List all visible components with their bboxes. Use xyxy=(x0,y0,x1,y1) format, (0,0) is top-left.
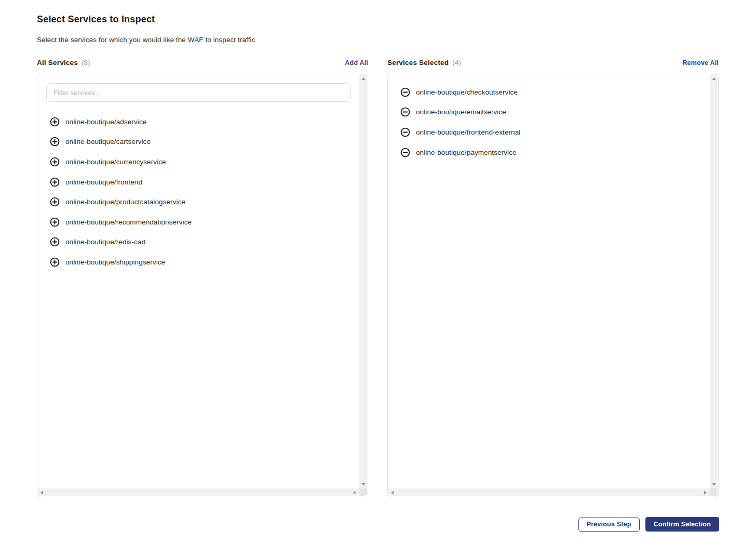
add-circle-icon[interactable] xyxy=(50,197,60,207)
add-circle-icon[interactable] xyxy=(50,137,60,147)
add-circle-icon[interactable] xyxy=(50,117,60,127)
wizard-footer: Previous Step Confirm Selection xyxy=(37,517,719,532)
page-subtitle: Select the services for which you would … xyxy=(37,36,719,44)
service-name: online-boutique/cartservice xyxy=(65,138,151,145)
scroll-down-arrow-icon[interactable] xyxy=(361,483,366,486)
service-name: online-boutique/checkoutservice xyxy=(416,88,518,96)
service-name: online-boutique/recommendationservice xyxy=(65,218,192,226)
selected-services-title: Services Selected xyxy=(387,59,449,67)
scroll-up-arrow-icon[interactable] xyxy=(361,77,366,80)
add-circle-icon[interactable] xyxy=(50,237,60,247)
list-item[interactable]: online-boutique/currencyservice xyxy=(37,152,368,172)
horizontal-scrollbar[interactable] xyxy=(38,488,359,496)
selected-services-column: Services Selected (4) Remove All xyxy=(387,59,719,497)
all-services-header: All Services (8) Add All xyxy=(37,59,368,67)
service-name: online-boutique/emailservice xyxy=(416,108,506,116)
scroll-down-arrow-icon[interactable] xyxy=(712,483,716,486)
add-circle-icon[interactable] xyxy=(50,257,60,267)
scroll-up-arrow-icon[interactable] xyxy=(712,77,716,80)
list-item[interactable]: online-boutique/emailservice xyxy=(388,102,718,123)
scroll-right-arrow-icon[interactable] xyxy=(354,490,356,495)
remove-circle-icon[interactable] xyxy=(400,87,410,97)
list-item[interactable]: online-boutique/shippingservice xyxy=(37,252,368,272)
vertical-scrollbar[interactable] xyxy=(710,74,718,488)
list-item[interactable]: online-boutique/frontend-external xyxy=(388,122,718,142)
scrollbar-corner xyxy=(710,488,718,496)
service-name: online-boutique/productcatalogservice xyxy=(65,198,185,206)
confirm-selection-button[interactable]: Confirm Selection xyxy=(645,517,719,532)
vertical-scrollbar[interactable] xyxy=(359,74,367,488)
scroll-left-arrow-icon[interactable] xyxy=(40,490,43,495)
filter-services-input[interactable] xyxy=(46,83,351,102)
all-services-count: (8) xyxy=(82,59,90,67)
selected-services-list: online-boutique/checkoutservice online-b… xyxy=(388,73,718,162)
add-circle-icon[interactable] xyxy=(50,157,60,167)
remove-all-button[interactable]: Remove All xyxy=(682,59,719,67)
list-item[interactable]: online-boutique/adservice xyxy=(37,112,368,132)
list-item[interactable]: online-boutique/redis-cart xyxy=(37,232,368,253)
list-item[interactable]: online-boutique/productcatalogservice xyxy=(37,192,368,212)
service-name: online-boutique/frontend-external xyxy=(416,128,520,136)
list-item[interactable]: online-boutique/checkoutservice xyxy=(388,82,718,102)
all-services-title: All Services xyxy=(37,59,78,67)
remove-circle-icon[interactable] xyxy=(400,148,410,157)
scroll-right-arrow-icon[interactable] xyxy=(704,490,707,495)
service-name: online-boutique/redis-cart xyxy=(65,238,146,246)
horizontal-scrollbar[interactable] xyxy=(388,488,710,496)
scrollbar-corner xyxy=(359,488,367,496)
list-item[interactable]: online-boutique/cartservice xyxy=(37,132,368,152)
service-name: online-boutique/currencyservice xyxy=(65,158,166,166)
scroll-left-arrow-icon[interactable] xyxy=(391,490,394,495)
add-circle-icon[interactable] xyxy=(50,217,60,227)
service-name: online-boutique/adservice xyxy=(65,118,146,126)
page-title: Select Services to Inspect xyxy=(37,14,719,25)
service-name: online-boutique/paymentservice xyxy=(416,149,517,156)
selected-services-header: Services Selected (4) Remove All xyxy=(387,59,719,67)
service-name: online-boutique/frontend xyxy=(65,178,142,186)
dual-list-container: All Services (8) Add All xyxy=(37,59,719,497)
all-services-column: All Services (8) Add All xyxy=(37,59,368,497)
add-all-button[interactable]: Add All xyxy=(345,59,368,67)
remove-circle-icon[interactable] xyxy=(400,127,410,137)
all-services-list: online-boutique/adservice online-boutiqu… xyxy=(37,102,368,272)
selected-services-count: (4) xyxy=(452,59,461,67)
service-name: online-boutique/shippingservice xyxy=(65,258,165,266)
list-item[interactable]: online-boutique/recommendationservice xyxy=(37,212,368,232)
list-item[interactable]: online-boutique/paymentservice xyxy=(388,142,718,163)
add-circle-icon[interactable] xyxy=(50,177,60,187)
previous-step-button[interactable]: Previous Step xyxy=(578,518,640,532)
selected-services-panel: online-boutique/checkoutservice online-b… xyxy=(387,73,719,497)
select-services-page: Select Services to Inspect Select the se… xyxy=(0,0,756,532)
all-services-panel: online-boutique/adservice online-boutiqu… xyxy=(37,73,368,497)
remove-circle-icon[interactable] xyxy=(400,107,410,117)
list-item[interactable]: online-boutique/frontend xyxy=(37,172,368,192)
